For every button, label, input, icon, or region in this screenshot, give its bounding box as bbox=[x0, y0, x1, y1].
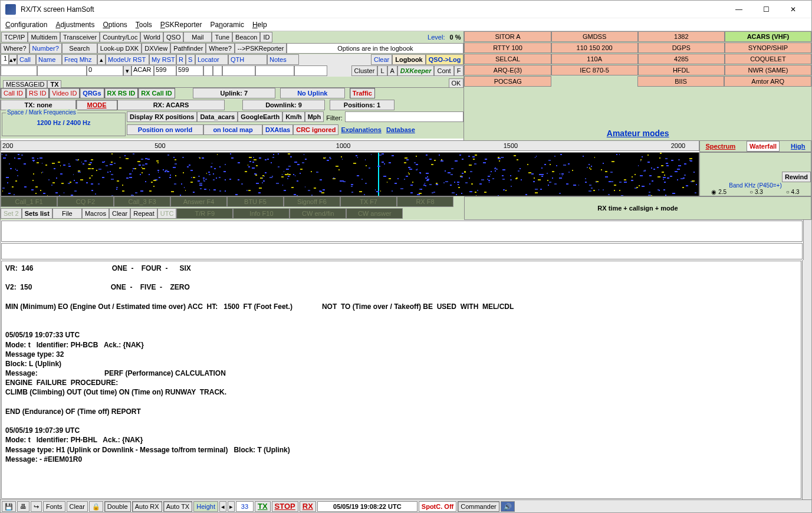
spectrum-tab[interactable]: Spectrum bbox=[705, 143, 735, 150]
number-button[interactable]: Number? bbox=[29, 43, 62, 54]
hdr-notes[interactable]: Notes bbox=[267, 54, 299, 65]
macro-btu[interactable]: BTU F5 bbox=[227, 196, 284, 207]
dxkeeper-button[interactable]: DXKeeper bbox=[397, 65, 435, 76]
speaker-icon[interactable]: 🔊 bbox=[501, 501, 515, 512]
position-on-world[interactable]: Position on world bbox=[127, 124, 203, 135]
menu-options[interactable]: Options bbox=[103, 21, 127, 29]
pathfinder-button[interactable]: Pathfinder bbox=[170, 43, 206, 54]
macro-signoff[interactable]: Signoff F6 bbox=[284, 196, 340, 207]
cell-urrst[interactable]: 599 bbox=[154, 65, 176, 76]
freq-sort[interactable]: ▴ bbox=[97, 54, 106, 65]
save-icon[interactable]: 💾 bbox=[2, 501, 16, 512]
rxrsid-button[interactable]: RX RS ID bbox=[104, 88, 139, 98]
macro-answer[interactable]: Answer F4 bbox=[170, 196, 227, 207]
row-number[interactable]: 1 bbox=[1, 54, 9, 65]
cell-locator[interactable] bbox=[222, 65, 255, 76]
waterfall-tab[interactable]: Waterfall bbox=[747, 141, 780, 152]
commander-button[interactable]: Commander bbox=[458, 501, 499, 512]
logbook-button[interactable]: Logbook bbox=[392, 54, 425, 65]
mode-synop-ship[interactable]: SYNOP/SHIP bbox=[725, 42, 811, 53]
display-rx-positions[interactable]: Display RX positions bbox=[127, 111, 197, 122]
cell-qth[interactable] bbox=[255, 65, 294, 76]
hdr-call[interactable]: Call bbox=[17, 54, 36, 65]
cell-name[interactable] bbox=[37, 65, 87, 76]
spotc-button[interactable]: SpotC. Off bbox=[419, 501, 456, 512]
double-button[interactable]: Double bbox=[104, 501, 131, 512]
mode-iec870-5[interactable]: IEC 870-5 bbox=[551, 65, 638, 75]
macro-cwanswer[interactable]: CW answer bbox=[346, 208, 403, 219]
amateur-modes-link[interactable]: Amateur modes bbox=[607, 129, 669, 140]
macro-info[interactable]: Info F10 bbox=[233, 208, 290, 219]
macro-tr[interactable]: T/R F9 bbox=[176, 208, 233, 219]
rxcallid-button[interactable]: RX Call ID bbox=[138, 88, 175, 98]
mode-pocsag[interactable]: POCSAG bbox=[464, 76, 551, 87]
freq-dropdown[interactable]: ▾ bbox=[123, 65, 132, 76]
high-tab[interactable]: High bbox=[791, 143, 805, 150]
crc-ignored[interactable]: CRC ignored bbox=[293, 124, 338, 135]
hdr-mode-urrst[interactable]: ModeUr RST bbox=[106, 54, 149, 65]
data-acars[interactable]: Data_acars bbox=[197, 111, 238, 122]
menu-tools[interactable]: Tools bbox=[136, 21, 152, 29]
mode-button[interactable]: MODE bbox=[76, 100, 117, 110]
mode-nwr-same[interactable]: NWR (SAME) bbox=[725, 65, 811, 75]
status-rx-button[interactable]: RX bbox=[300, 501, 316, 512]
close-button[interactable]: ✕ bbox=[780, 1, 807, 18]
waterfall-cursor[interactable] bbox=[378, 153, 379, 196]
macro-tx[interactable]: TX F7 bbox=[340, 196, 397, 207]
macros-button[interactable]: Macros bbox=[82, 208, 109, 219]
band-2-5[interactable]: ◉ 2.5 bbox=[711, 189, 726, 195]
database-link[interactable]: Database bbox=[384, 124, 417, 135]
where-button-1[interactable]: Where? bbox=[1, 43, 29, 54]
googleearth-button[interactable]: GoogleEarth bbox=[238, 111, 282, 122]
hdr-name[interactable]: Name bbox=[36, 54, 62, 65]
menu-help[interactable]: Help bbox=[252, 21, 267, 29]
mode-gmdss[interactable]: GMDSS bbox=[551, 31, 638, 42]
explanations-link[interactable]: Explanations bbox=[338, 124, 383, 135]
status-clear-button[interactable]: Clear bbox=[67, 501, 88, 512]
file-button[interactable]: File bbox=[52, 208, 82, 219]
menu-pskreporter[interactable]: PSKReporter bbox=[160, 21, 202, 29]
menu-configuration[interactable]: Configuration bbox=[5, 21, 47, 29]
tx-text-box[interactable] bbox=[1, 221, 803, 242]
tune-button[interactable]: Tune bbox=[212, 32, 232, 42]
hdr-locator[interactable]: Locator bbox=[195, 54, 228, 65]
cluster-a[interactable]: A bbox=[387, 65, 397, 76]
repeat-button[interactable]: Repeat bbox=[130, 208, 157, 219]
mode-sitor-a[interactable]: SITOR A bbox=[464, 31, 551, 42]
macro-cwend[interactable]: CW end/fin bbox=[290, 208, 346, 219]
kmh-button[interactable]: Km/h bbox=[282, 111, 305, 122]
lookup-dxk-button[interactable]: Look-up DXK bbox=[97, 43, 142, 54]
mode-110-150-200[interactable]: 110 150 200 bbox=[551, 42, 638, 53]
where-button-2[interactable]: Where? bbox=[206, 43, 235, 54]
multidem-button[interactable]: Multidem bbox=[28, 32, 60, 42]
world-button[interactable]: World bbox=[140, 32, 163, 42]
rsid-button[interactable]: RS ID bbox=[26, 88, 49, 98]
cluster-button[interactable]: Cluster bbox=[351, 65, 378, 76]
hdr-myrst[interactable]: My RST bbox=[149, 54, 176, 65]
cell-freq[interactable]: 0 bbox=[87, 65, 123, 76]
traffic-button[interactable]: Traffic bbox=[350, 88, 375, 98]
mph-button[interactable]: Mph bbox=[305, 111, 324, 122]
countryloc-button[interactable]: Country/Loc bbox=[100, 32, 140, 42]
mode-1382[interactable]: 1382 bbox=[638, 31, 725, 42]
freq-scale[interactable]: 200 500 1000 1500 2000 bbox=[1, 140, 699, 151]
cell-r[interactable] bbox=[203, 65, 213, 76]
callid-button[interactable]: Call ID bbox=[1, 88, 26, 98]
clear-log-button[interactable]: Clear bbox=[371, 54, 392, 65]
mode-hfdl[interactable]: HFDL bbox=[638, 65, 725, 75]
videoid-button[interactable]: Video ID bbox=[49, 88, 80, 98]
sets-list-button[interactable]: Sets list bbox=[22, 208, 52, 219]
copy-icon[interactable]: ↪ bbox=[31, 501, 42, 512]
mode-4285[interactable]: 4285 bbox=[638, 54, 725, 64]
set2-button[interactable]: Set 2 bbox=[1, 208, 22, 219]
id-button[interactable]: ID bbox=[260, 32, 272, 42]
dxatlas-button[interactable]: DXAtlas bbox=[262, 124, 293, 135]
cell-call[interactable] bbox=[1, 65, 37, 76]
transceiver-button[interactable]: Transceiver bbox=[60, 32, 100, 42]
cont-button[interactable]: Cont bbox=[434, 65, 453, 76]
autotx-button[interactable]: Auto TX bbox=[163, 501, 193, 512]
menu-panoramic[interactable]: Panoramic bbox=[211, 21, 244, 29]
band-4-3[interactable]: ○ 4.3 bbox=[786, 189, 800, 195]
dxview-button[interactable]: DXView bbox=[142, 43, 170, 54]
fonts-button[interactable]: Fonts bbox=[43, 501, 65, 512]
